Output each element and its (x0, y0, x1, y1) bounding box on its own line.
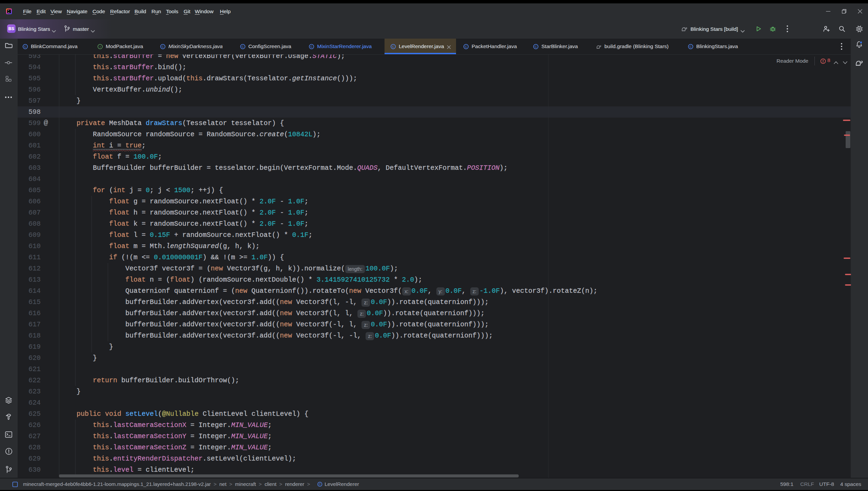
svg-text:C: C (242, 45, 244, 48)
svg-text:C: C (310, 45, 313, 48)
svg-text:C: C (392, 45, 394, 48)
svg-text:C: C (162, 45, 164, 48)
svg-text:C: C (689, 45, 692, 48)
svg-text:C: C (319, 483, 321, 486)
svg-text:C: C (24, 45, 26, 48)
svg-text:C: C (465, 45, 467, 48)
svg-text:C: C (535, 45, 537, 48)
svg-text:I: I (100, 45, 101, 48)
